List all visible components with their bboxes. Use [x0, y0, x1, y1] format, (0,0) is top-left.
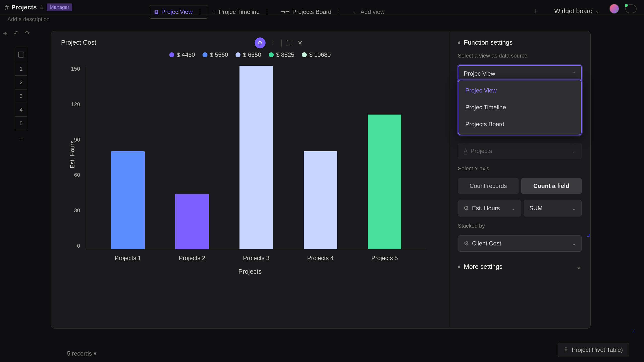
tab-menu-icon[interactable]: ⋮ [336, 8, 342, 15]
tab-projec-view[interactable]: ▦ Projec View ⋮ [149, 5, 208, 18]
role-badge: Manager [47, 3, 72, 11]
bar [175, 194, 209, 249]
undo-icon[interactable]: ↶ [14, 30, 18, 37]
resize-handle-icon[interactable] [632, 330, 634, 332]
legend-dot-icon [302, 52, 307, 57]
tab-projec-timeline[interactable]: ≡ Projec Timeline ⋮ [208, 5, 275, 18]
legend-item: $ 8825 [269, 51, 294, 58]
close-icon[interactable]: ✕ [298, 39, 302, 46]
x-axis-label: Projects [61, 268, 439, 276]
legend-dot-icon [269, 52, 274, 57]
timeline-icon: ≡ [214, 9, 216, 15]
data-source-label: Select a view as data source [458, 52, 582, 59]
hash-icon: # [5, 3, 9, 11]
x-tick-label: Projects 2 [179, 255, 206, 262]
x-tick-label: Projects 5 [371, 255, 398, 262]
x-tick-label: Projects 4 [307, 255, 334, 262]
count-field-button[interactable]: Count a field [521, 178, 582, 194]
more-settings-header[interactable]: More settings ⌄ [458, 263, 582, 271]
modal-title: Project Cost [61, 39, 439, 46]
legend-label: $ 6650 [243, 51, 261, 58]
y-tick: 60 [74, 172, 80, 178]
add-widget-button[interactable]: ＋ [532, 6, 539, 16]
gear-icon: ⚙ [258, 40, 262, 46]
drag-handle-icon[interactable]: ⠿ [564, 346, 569, 353]
bullet-icon [458, 41, 460, 44]
bullet-icon [458, 266, 460, 268]
board-icon: ▭▭ [280, 9, 290, 15]
x-axis-select[interactable]: A̲Projects ⌄ [458, 143, 582, 159]
section-label: Function settings [464, 39, 513, 46]
tab-projects-board[interactable]: ▭▭ Projects Board ⋮ [275, 5, 347, 18]
select-all-checkbox[interactable] [15, 47, 27, 62]
y-axis-label: Select Y axis [458, 165, 582, 172]
tab-menu-icon[interactable]: ⋮ [197, 8, 203, 15]
redo-icon[interactable]: ↷ [25, 30, 30, 37]
view-tabs: ▦ Projec View ⋮ ≡ Projec Timeline ⋮ ▭▭ P… [149, 5, 390, 19]
y-agg-select[interactable]: SUM ⌄ [524, 200, 582, 216]
widget-board-label[interactable]: Widget board [554, 7, 593, 15]
y-tick: 30 [74, 207, 80, 214]
legend-label: $ 5560 [210, 51, 228, 58]
dropdown-item-projec-view[interactable]: Projec View [458, 82, 581, 99]
select-value: Projects [470, 148, 492, 154]
y-field-select[interactable]: ⚙Est. Hours ⌄ [458, 200, 521, 216]
bar [240, 66, 273, 249]
x-tick-label: Projects 3 [243, 255, 270, 262]
count-records-button[interactable]: Count records [458, 178, 519, 194]
legend-dot-icon [202, 52, 208, 57]
records-count[interactable]: 5 records ▾ [67, 350, 96, 357]
section-label: More settings [464, 263, 502, 271]
row-number[interactable]: 5 [15, 116, 27, 130]
expand-icon[interactable]: ⛶ [287, 39, 292, 46]
tab-menu-icon[interactable]: ⋮ [264, 8, 270, 15]
add-view-button[interactable]: ＋ Add view [347, 5, 390, 19]
star-icon[interactable]: ☆ [39, 4, 44, 11]
row-number[interactable]: 2 [15, 76, 27, 89]
y-axis-toggle: Count records Count a field [458, 178, 582, 194]
more-menu-icon[interactable]: ⋮ [270, 39, 276, 46]
function-settings-header: Function settings [458, 39, 582, 46]
x-tick-label: Projects 1 [115, 255, 141, 262]
dropdown-item-projec-timeline[interactable]: Projec Timeline [458, 99, 581, 116]
settings-gear-button[interactable]: ⚙ [254, 37, 266, 48]
page-title: Projects [12, 3, 37, 11]
pivot-widget-tab[interactable]: ⠿ Project Pivot Table) [558, 343, 629, 357]
select-value: Projec View [464, 70, 495, 77]
select-value: Client Cost [472, 240, 501, 247]
tab-label: Projects Board [292, 8, 331, 15]
y-tick: 120 [71, 101, 80, 108]
chart-plot: Est. Hours 150 120 90 60 30 0 Projects 1… [86, 66, 426, 264]
plus-icon: ＋ [352, 8, 358, 16]
close-widget-icon[interactable]: ✕ [614, 7, 619, 14]
y-tick: 90 [74, 137, 80, 143]
formula-icon: ⚙ [464, 205, 469, 212]
resize-handle-icon[interactable] [587, 234, 590, 237]
pivot-label: Project Pivot Table) [572, 346, 623, 353]
cloud-sync-icon[interactable] [626, 4, 636, 13]
legend-dot-icon [236, 52, 240, 57]
legend-item: $ 5560 [202, 51, 228, 58]
tab-label: Projec Timeline [219, 8, 260, 15]
bar [111, 151, 145, 249]
row-number[interactable]: 4 [15, 103, 27, 116]
chevron-down-icon: ⌄ [572, 205, 576, 211]
legend-item: $ 4460 [169, 51, 195, 58]
add-row-button[interactable]: ＋ [15, 130, 27, 147]
text-field-icon: A̲ [464, 148, 468, 154]
chevron-down-icon: ⌄ [595, 8, 599, 14]
expand-sidebar-icon[interactable]: ⇥ [2, 30, 8, 37]
y-tick: 0 [77, 243, 80, 249]
row-number[interactable]: 1 [15, 62, 27, 76]
formula-icon: ⚙ [464, 240, 469, 247]
chevron-down-icon: ⌄ [511, 205, 516, 211]
dropdown-item-projects-board[interactable]: Projects Board [458, 116, 581, 133]
chevron-down-icon: ⌄ [572, 148, 576, 154]
y-tick: 150 [71, 66, 80, 72]
select-value: Est. Hours [472, 205, 500, 212]
row-headers: 1 2 3 4 5 ＋ [15, 47, 27, 147]
y-axis-ticks: 150 120 90 60 30 0 [71, 66, 80, 249]
stacked-by-select[interactable]: ⚙Client Cost ⌄ [458, 235, 582, 252]
row-number[interactable]: 3 [15, 89, 27, 103]
legend-dot-icon [169, 52, 174, 57]
